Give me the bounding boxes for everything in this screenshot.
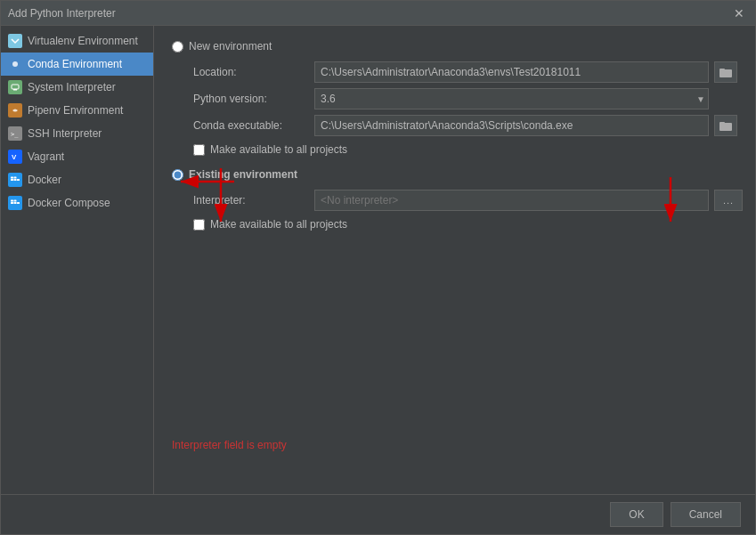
dialog-title: Add Python Interpreter [8, 7, 116, 20]
svg-rect-21 [14, 200, 17, 202]
sidebar-label-virtualenv: Virtualenv Environment [28, 35, 138, 47]
error-message: Interpreter field is empty [172, 439, 287, 451]
svg-rect-14 [11, 177, 13, 179]
new-environment-label: New environment [189, 40, 272, 53]
sidebar-label-conda: Conda Environment [28, 58, 122, 70]
folder-icon [719, 67, 732, 77]
svg-rect-26 [719, 122, 725, 125]
folder-icon-2 [719, 120, 732, 131]
vagrant-icon: V [8, 150, 22, 164]
dialog-footer: OK Cancel [1, 494, 755, 534]
main-panel: New environment Location: Python version… [154, 26, 755, 494]
sidebar-item-ssh[interactable]: >_ SSH Interpreter [1, 122, 153, 145]
sidebar-item-pipenv[interactable]: Pipenv Environment [1, 99, 153, 122]
python-version-label: Python version: [193, 93, 309, 105]
ssh-interpreter-icon: >_ [8, 126, 22, 141]
conda-icon [8, 57, 22, 71]
ok-button[interactable]: OK [610, 502, 663, 527]
make-available-new-row: Make available to all projects [193, 143, 737, 156]
svg-rect-19 [14, 202, 17, 204]
new-environment-radio[interactable] [172, 41, 183, 53]
virtualenv-icon [8, 34, 22, 48]
sidebar-label-pipenv: Pipenv Environment [28, 104, 123, 117]
interpreter-input-wrapper [314, 190, 709, 211]
existing-environment-section-row: Existing environment [172, 168, 737, 181]
interpreter-label: Interpreter: [193, 194, 309, 207]
dialog-content: Virtualenv Environment Conda Environment… [1, 26, 755, 494]
conda-exec-label: Conda executable: [193, 119, 309, 132]
location-label: Location: [193, 66, 309, 78]
svg-rect-0 [10, 36, 20, 46]
sidebar-item-system[interactable]: System Interpreter [1, 76, 153, 99]
conda-exec-input[interactable] [314, 115, 709, 136]
new-environment-radio-label[interactable]: New environment [172, 40, 272, 53]
interpreter-row: Interpreter: ... [193, 190, 737, 211]
make-available-existing-row: Make available to all projects [193, 218, 737, 231]
svg-rect-5 [13, 89, 17, 91]
conda-exec-browse-button[interactable] [714, 115, 737, 136]
svg-rect-13 [14, 179, 17, 181]
make-available-new-checkbox[interactable] [193, 144, 205, 156]
sidebar-item-conda[interactable]: Conda Environment [1, 53, 153, 76]
sidebar-item-virtualenv[interactable]: Virtualenv Environment [1, 29, 153, 53]
close-button[interactable]: ✕ [730, 6, 748, 20]
sidebar: Virtualenv Environment Conda Environment… [1, 26, 154, 494]
svg-text:V: V [12, 153, 17, 161]
svg-rect-15 [14, 177, 17, 179]
add-python-interpreter-dialog: Add Python Interpreter ✕ Virtualenv Envi… [0, 0, 756, 535]
location-input[interactable] [314, 61, 709, 83]
cancel-button[interactable]: Cancel [671, 502, 741, 527]
sidebar-item-docker-compose[interactable]: Docker Compose [1, 191, 153, 215]
title-bar: Add Python Interpreter ✕ [1, 1, 755, 26]
sidebar-label-docker-compose: Docker Compose [28, 197, 110, 209]
sidebar-item-vagrant[interactable]: V Vagrant [1, 145, 153, 168]
existing-environment-radio-label[interactable]: Existing environment [172, 168, 297, 181]
svg-rect-20 [11, 200, 13, 202]
new-environment-section-row: New environment [172, 40, 737, 53]
svg-rect-24 [719, 69, 725, 71]
svg-text:>_: >_ [11, 131, 19, 138]
sidebar-label-vagrant: Vagrant [28, 150, 64, 163]
sidebar-item-docker[interactable]: Docker [1, 168, 153, 191]
existing-environment-label: Existing environment [189, 168, 297, 181]
svg-rect-16 [17, 179, 20, 181]
sidebar-label-system: System Interpreter [28, 81, 116, 93]
svg-rect-12 [11, 179, 13, 181]
interpreter-input[interactable] [314, 190, 709, 211]
sidebar-label-docker: Docker [28, 174, 61, 186]
pipenv-icon [8, 103, 22, 118]
svg-rect-18 [11, 202, 13, 204]
python-version-select-wrapper: 3.6 ▼ [314, 88, 709, 109]
interpreter-browse-button[interactable]: ... [714, 190, 743, 211]
system-interpreter-icon [8, 80, 22, 94]
make-available-existing-label: Make available to all projects [210, 218, 347, 231]
python-version-select[interactable]: 3.6 [314, 88, 709, 109]
existing-environment-radio[interactable] [172, 169, 183, 181]
sidebar-label-ssh: SSH Interpreter [28, 127, 102, 140]
svg-rect-22 [17, 202, 20, 204]
docker-compose-icon [8, 196, 22, 210]
svg-point-2 [12, 61, 18, 67]
new-env-form: Location: Python version: 3.6 ▼ Cond [193, 61, 737, 136]
location-browse-button[interactable] [714, 61, 737, 83]
docker-icon [8, 173, 22, 187]
make-available-new-label: Make available to all projects [210, 143, 347, 156]
dots-icon: ... [723, 195, 734, 206]
make-available-existing-checkbox[interactable] [193, 219, 205, 231]
